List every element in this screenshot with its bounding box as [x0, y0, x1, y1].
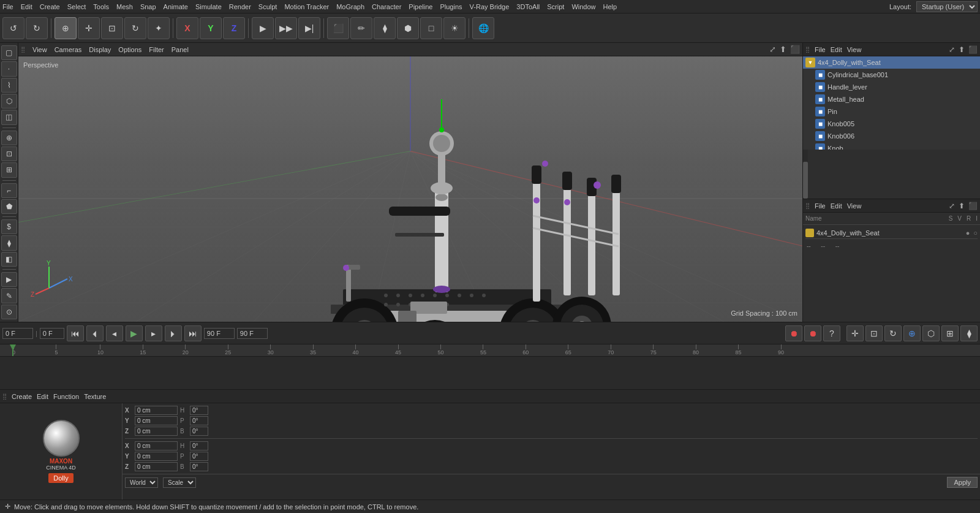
viewport-fullscreen-icon[interactable]: ⬛: [790, 45, 800, 54]
apply-button[interactable]: Apply: [947, 477, 978, 488]
b-rot-input[interactable]: [190, 427, 208, 436]
rotate-tool-button[interactable]: ↻: [124, 17, 146, 39]
menu-create[interactable]: Create: [40, 3, 60, 10]
viewport-menu-display[interactable]: Display: [89, 46, 111, 53]
menu-character[interactable]: Character: [372, 3, 401, 10]
tree-item[interactable]: ◼Pin: [803, 105, 980, 118]
right-menu-edit[interactable]: Edit: [831, 46, 842, 53]
z-pos-input[interactable]: [135, 427, 178, 436]
start-frame-input[interactable]: [40, 328, 64, 339]
menu-file[interactable]: File: [2, 3, 13, 10]
rp2-fullscreen-icon[interactable]: ⬛: [968, 202, 978, 210]
menu-help[interactable]: Help: [603, 3, 617, 10]
b2-rot-input[interactable]: [190, 462, 208, 471]
mode-points[interactable]: ·: [1, 61, 17, 76]
menu-pipeline[interactable]: Pipeline: [409, 3, 432, 10]
menu-select[interactable]: Select: [67, 3, 86, 10]
z-axis-button[interactable]: Z: [223, 17, 245, 39]
render-active-button[interactable]: ▶▶: [275, 17, 297, 39]
scale-dropdown[interactable]: Scale: [163, 477, 196, 488]
play-prev-button[interactable]: ⏴: [86, 325, 104, 341]
menu-plugins[interactable]: Plugins: [440, 3, 462, 10]
cube-button[interactable]: ⬛: [327, 17, 349, 39]
rp2-menu-edit[interactable]: Edit: [831, 202, 842, 210]
x-pos-input[interactable]: [135, 406, 178, 415]
rotate-anim-button[interactable]: ↻: [884, 325, 902, 341]
menu-3dtoall[interactable]: 3DToAll: [516, 3, 540, 10]
tree-item[interactable]: ◼Handle_lever: [803, 81, 980, 93]
undo-button[interactable]: ↺: [2, 17, 24, 39]
knife-tool[interactable]: ⌐: [1, 183, 17, 198]
menu-script[interactable]: Script: [547, 3, 564, 10]
light-button[interactable]: ☀: [443, 17, 466, 39]
rp2-menu-view[interactable]: View: [847, 202, 862, 210]
anim-menu-function[interactable]: Function: [53, 393, 79, 400]
menu-snap[interactable]: Snap: [140, 3, 156, 10]
workplane-tool[interactable]: ⊞: [1, 162, 17, 177]
menu-render[interactable]: Render: [229, 3, 251, 10]
axis-tool[interactable]: ⧫: [1, 235, 17, 250]
tree-item[interactable]: ◼Cylindrical_base001: [803, 69, 980, 81]
scene-button[interactable]: 🌐: [472, 17, 494, 39]
tree-item[interactable]: ◼Knob006: [803, 130, 980, 142]
play-prev-frame[interactable]: ◂: [106, 325, 123, 341]
current-frame-input[interactable]: [2, 328, 33, 339]
menu-edit[interactable]: Edit: [21, 3, 32, 10]
x-scale-input[interactable]: [135, 441, 178, 450]
menu-simulate[interactable]: Simulate: [195, 3, 222, 10]
menu-sculpt[interactable]: Sculpt: [258, 3, 277, 10]
texture-tool[interactable]: ⊡: [1, 146, 17, 161]
tree-item[interactable]: ▼4x4_Dolly_with_Seat: [803, 56, 980, 69]
play-next-frame[interactable]: ▸: [145, 325, 162, 341]
mode-edges[interactable]: ⌇: [1, 78, 17, 93]
p-rot-input[interactable]: [190, 416, 208, 425]
auto-record-button[interactable]: ⏺: [804, 325, 821, 341]
redo-button[interactable]: ↻: [26, 17, 48, 39]
viewport-expand-icon[interactable]: ⤢: [769, 45, 776, 54]
tree-item[interactable]: ◼Knob: [803, 142, 980, 150]
viewport-pin-icon[interactable]: ⬆: [780, 45, 786, 54]
menu-tools[interactable]: Tools: [93, 3, 109, 10]
end-frame-input[interactable]: [237, 328, 268, 339]
scale-anim-button[interactable]: ⊡: [865, 325, 883, 341]
use-model-tool[interactable]: ⊕: [1, 131, 17, 145]
rp-fullscreen-icon[interactable]: ⬛: [968, 45, 978, 54]
menu-animate[interactable]: Animate: [164, 3, 188, 10]
camera-button[interactable]: □: [420, 17, 442, 39]
viewport-menu-view[interactable]: View: [32, 46, 47, 53]
scale-tool-button[interactable]: ⊡: [101, 17, 123, 39]
render-button[interactable]: ▶|: [298, 17, 320, 39]
paint2-tool[interactable]: ✎: [1, 288, 17, 303]
playhead[interactable]: [12, 344, 13, 356]
pen-button[interactable]: ✏: [350, 17, 372, 39]
viewport-menu-options[interactable]: Options: [118, 46, 141, 53]
deformer-button[interactable]: ⬢: [397, 17, 419, 39]
anim-button2[interactable]: ⬡: [922, 325, 940, 341]
select-tool-button[interactable]: ⊕: [55, 17, 77, 39]
play-next-button[interactable]: ⏵: [165, 325, 182, 341]
menu-mesh[interactable]: Mesh: [116, 3, 133, 10]
anim-button4[interactable]: ⧫: [960, 325, 978, 341]
snap-tool[interactable]: $: [1, 219, 17, 234]
z-scale-input[interactable]: [135, 462, 178, 471]
tree-item[interactable]: ◼Metall_head: [803, 93, 980, 105]
record-button[interactable]: ⏺: [785, 325, 802, 341]
y-scale-input[interactable]: [135, 452, 178, 461]
render-tool[interactable]: ▶: [1, 272, 17, 287]
anim-menu-texture[interactable]: Texture: [84, 393, 106, 400]
scene-tree-scrollbar[interactable]: [803, 150, 808, 199]
obj-visible-icon[interactable]: ●: [966, 229, 970, 237]
rp-pin-icon[interactable]: ⬆: [959, 45, 965, 54]
viewport-menu-filter[interactable]: Filter: [149, 46, 164, 53]
mode-poly[interactable]: ⬡: [1, 94, 17, 108]
y-pos-input[interactable]: [135, 416, 178, 425]
right-menu-view[interactable]: View: [847, 46, 862, 53]
x-axis-button[interactable]: X: [176, 17, 198, 39]
right-menu-file[interactable]: File: [815, 46, 826, 53]
help-button[interactable]: ?: [823, 325, 840, 341]
obj-render-icon[interactable]: ○: [973, 229, 978, 237]
mode-model[interactable]: ▢: [1, 45, 17, 60]
nurbs-button[interactable]: ⧫: [374, 17, 396, 39]
transform-tool-button[interactable]: ✦: [148, 17, 170, 39]
menu-window[interactable]: Window: [571, 3, 595, 10]
